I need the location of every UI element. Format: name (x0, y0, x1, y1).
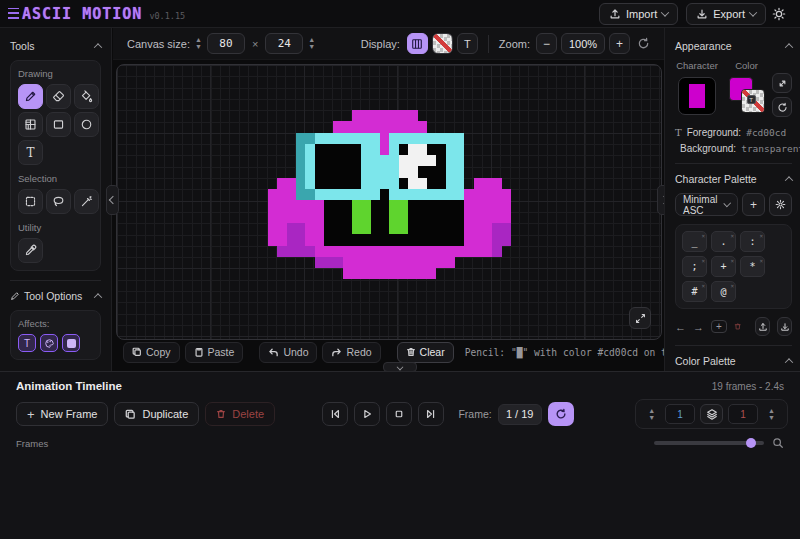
stop-button[interactable] (386, 402, 412, 426)
ellipse-tool-button[interactable] (74, 112, 99, 137)
appearance-panel: Appearance Character Color T (664, 28, 800, 371)
character-palette-item[interactable]: *× (740, 256, 765, 277)
first-frame-button[interactable] (322, 402, 348, 426)
palette-next-button[interactable]: → (693, 321, 704, 333)
tool-options-section-header[interactable]: Tool Options (10, 290, 101, 302)
add-character-button[interactable]: + (742, 193, 765, 216)
affects-character-toggle[interactable]: T (18, 334, 36, 352)
magic-wand-icon (80, 195, 93, 208)
palette-prev-button[interactable]: ← (675, 321, 686, 333)
paint-bucket-tool-button[interactable] (74, 84, 99, 109)
swap-arrows-icon (777, 78, 788, 89)
theme-toggle-button[interactable] (766, 7, 792, 21)
character-preview[interactable] (678, 77, 716, 115)
export-button[interactable]: Export (686, 3, 766, 25)
loop-toggle-button[interactable] (548, 402, 574, 426)
remove-character-icon[interactable]: × (730, 282, 734, 289)
palette-add-button[interactable]: + (711, 320, 727, 333)
paste-label: Paste (208, 346, 235, 358)
character-palette-item[interactable]: :× (740, 231, 765, 252)
remove-character-icon[interactable]: × (759, 257, 763, 264)
canvas-width-input[interactable]: 80 (207, 33, 245, 54)
character-palette-select[interactable]: Minimal ASC (675, 193, 738, 216)
remove-character-icon[interactable]: × (730, 257, 734, 264)
foreground-label: Foreground: (687, 127, 741, 138)
delete-frame-button[interactable]: Delete (205, 402, 275, 426)
rectangle-tool-button[interactable] (46, 112, 71, 137)
character-palette-settings-button[interactable] (769, 193, 792, 216)
canvas-expand-button[interactable] (629, 307, 651, 329)
swap-colors-button[interactable] (772, 73, 792, 93)
paste-icon (194, 347, 204, 357)
canvas-height-input[interactable]: 24 (265, 33, 303, 54)
height-stepper[interactable]: ▲▼ (308, 37, 315, 50)
tools-section-header[interactable]: Tools (10, 40, 101, 52)
remove-character-icon[interactable]: × (701, 282, 705, 289)
color-palette-header-label: Color Palette (675, 355, 736, 367)
lasso-select-tool-button[interactable] (46, 189, 71, 214)
fill-cells-tool-button[interactable] (18, 112, 43, 137)
character-palette-item[interactable]: #× (682, 281, 707, 302)
character-palette-item[interactable]: _× (682, 231, 707, 252)
palette-export-button[interactable] (777, 317, 792, 336)
zoom-reset-icon[interactable] (637, 37, 650, 50)
new-frame-button[interactable]: + New Frame (16, 402, 108, 426)
chevron-up-icon (94, 293, 102, 301)
zoom-value[interactable]: 100% (561, 33, 605, 54)
character-palette-section-header[interactable]: Character Palette (675, 173, 792, 185)
palette-import-button[interactable] (755, 317, 770, 336)
transparency-toggle-button[interactable] (432, 33, 453, 54)
frame-size-slider[interactable] (654, 441, 764, 445)
onion-prev-stepper[interactable]: ▲▼ (648, 408, 655, 421)
last-frame-button[interactable] (418, 402, 444, 426)
slider-thumb[interactable] (746, 438, 756, 448)
grid-icon (411, 38, 423, 50)
rect-select-tool-button[interactable] (18, 189, 43, 214)
clear-label: Clear (420, 346, 445, 358)
left-panel-collapse-handle[interactable] (106, 185, 119, 215)
palette-delete-icon[interactable] (734, 321, 741, 332)
text-tool-button[interactable]: T (18, 140, 43, 165)
clear-button[interactable]: Clear (397, 342, 454, 363)
onion-next-stepper[interactable]: ▲▼ (768, 408, 775, 421)
text-display-toggle-button[interactable]: T (457, 33, 478, 54)
eraser-tool-button[interactable] (46, 84, 71, 109)
magic-wand-tool-button[interactable] (74, 189, 99, 214)
import-button[interactable]: Import (599, 3, 678, 25)
play-button[interactable] (354, 402, 380, 426)
remove-character-icon[interactable]: × (730, 232, 734, 239)
grid-toggle-button[interactable] (407, 33, 428, 54)
copy-button[interactable]: Copy (123, 342, 180, 363)
eyedropper-tool-button[interactable] (18, 238, 43, 263)
remove-character-icon[interactable]: × (759, 232, 763, 239)
zoom-out-button[interactable]: − (536, 33, 557, 54)
character-palette-item[interactable]: ;× (682, 256, 707, 277)
paste-button[interactable]: Paste (185, 342, 244, 363)
character-palette-item[interactable]: +× (711, 256, 736, 277)
affects-background-toggle[interactable] (62, 334, 80, 352)
onion-skin-toggle-button[interactable] (700, 404, 723, 424)
frames-label: Frames (16, 438, 48, 449)
display-label: Display: (361, 38, 400, 50)
color-palette-section-header[interactable]: Color Palette (675, 355, 792, 367)
onion-prev-count[interactable]: 1 (665, 404, 695, 424)
selected-character-glyph (689, 84, 705, 108)
duplicate-frame-button[interactable]: Duplicate (114, 402, 199, 426)
appearance-section-header[interactable]: Appearance (675, 40, 792, 52)
redo-button[interactable]: Redo (322, 342, 380, 363)
character-palette-item[interactable]: @× (711, 281, 736, 302)
reset-colors-button[interactable] (772, 97, 792, 117)
width-stepper[interactable]: ▲▼ (195, 37, 202, 50)
zoom-in-button[interactable]: + (609, 33, 630, 54)
character-palette-item[interactable]: .× (711, 231, 736, 252)
onion-next-count[interactable]: 1 (728, 404, 758, 424)
remove-character-icon[interactable]: × (701, 257, 705, 264)
remove-character-icon[interactable]: × (701, 232, 705, 239)
pencil-tool-button[interactable] (18, 84, 43, 109)
affects-color-toggle[interactable] (40, 334, 58, 352)
undo-button[interactable]: Undo (259, 342, 317, 363)
filled-square-icon (67, 339, 76, 348)
ascii-canvas[interactable] (116, 64, 662, 340)
chevron-up-icon (785, 176, 793, 184)
app-root: ASCII MOTION v0.1.15 Import Export Canva… (0, 0, 800, 539)
